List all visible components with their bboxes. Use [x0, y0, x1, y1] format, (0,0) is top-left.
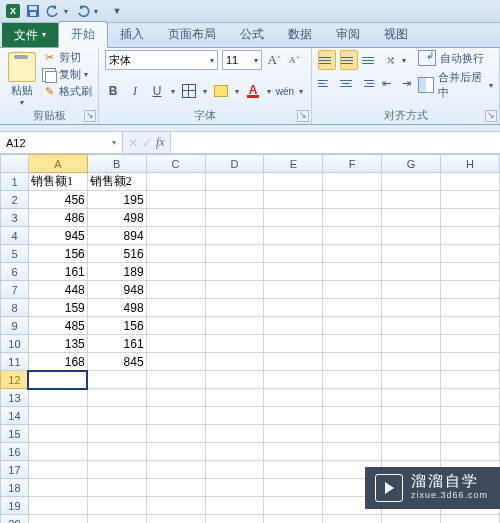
chevron-down-icon[interactable]: ▾ [171, 87, 175, 96]
cell[interactable]: 159 [28, 299, 87, 317]
cell[interactable]: 168 [28, 353, 87, 371]
halign-left-button[interactable] [318, 74, 334, 92]
grow-font-button[interactable]: Aˆ [266, 52, 282, 68]
redo-button[interactable] [74, 2, 92, 20]
cell[interactable] [264, 407, 323, 425]
cell[interactable] [323, 389, 382, 407]
cell[interactable] [205, 443, 264, 461]
cell[interactable] [323, 317, 382, 335]
cell[interactable] [146, 191, 205, 209]
cell[interactable] [146, 407, 205, 425]
cell[interactable] [382, 209, 441, 227]
cell[interactable] [441, 227, 500, 245]
phonetic-button[interactable]: wén [277, 83, 293, 99]
dialog-launcher-icon[interactable]: ↘ [485, 110, 497, 122]
fx-icon[interactable]: fx [156, 135, 165, 150]
cell[interactable] [441, 425, 500, 443]
cell[interactable] [264, 173, 323, 191]
cell[interactable] [264, 281, 323, 299]
cell[interactable] [264, 425, 323, 443]
row-header[interactable]: 14 [1, 407, 29, 425]
cell[interactable] [264, 227, 323, 245]
valign-bot-button[interactable] [362, 51, 378, 69]
increase-indent-button[interactable]: ⇥ [398, 75, 414, 91]
cell[interactable] [264, 479, 323, 497]
cell[interactable] [441, 317, 500, 335]
cell[interactable] [205, 317, 264, 335]
cell[interactable] [323, 335, 382, 353]
cell[interactable] [205, 407, 264, 425]
cell[interactable] [441, 281, 500, 299]
cell[interactable] [382, 263, 441, 281]
cell[interactable] [205, 371, 264, 389]
cell[interactable] [205, 389, 264, 407]
cell[interactable] [28, 389, 87, 407]
cell[interactable] [87, 443, 146, 461]
cell[interactable]: 845 [87, 353, 146, 371]
cell[interactable] [382, 425, 441, 443]
cell[interactable] [323, 245, 382, 263]
cell[interactable] [87, 515, 146, 524]
cell[interactable] [441, 191, 500, 209]
paste-button[interactable]: 粘贴 ▾ [6, 50, 38, 107]
font-name-select[interactable]: 宋体 ▾ [105, 50, 218, 70]
cell[interactable] [205, 515, 264, 524]
col-header-G[interactable]: G [382, 155, 441, 173]
formula-bar[interactable] [171, 132, 500, 153]
cell[interactable] [87, 389, 146, 407]
redo-dropdown-icon[interactable]: ▾ [94, 7, 104, 16]
cell[interactable] [205, 353, 264, 371]
cell[interactable] [323, 425, 382, 443]
cell[interactable] [205, 281, 264, 299]
cell[interactable] [146, 245, 205, 263]
fill-color-button[interactable] [213, 83, 229, 99]
cell[interactable] [323, 227, 382, 245]
cell[interactable] [28, 515, 87, 524]
cell[interactable] [205, 299, 264, 317]
cell[interactable] [146, 389, 205, 407]
shrink-font-button[interactable]: Aˇ [286, 52, 302, 68]
cell[interactable] [205, 497, 264, 515]
cell[interactable]: 456 [28, 191, 87, 209]
file-tab[interactable]: 文件 ▾ [2, 23, 58, 47]
cancel-icon[interactable]: ✕ [128, 136, 138, 150]
cell[interactable] [205, 227, 264, 245]
cell[interactable] [323, 209, 382, 227]
cell[interactable]: 189 [87, 263, 146, 281]
col-header-B[interactable]: B [87, 155, 146, 173]
row-header[interactable]: 10 [1, 335, 29, 353]
cell[interactable] [205, 461, 264, 479]
cell[interactable] [382, 317, 441, 335]
cell[interactable] [441, 389, 500, 407]
cell[interactable] [264, 191, 323, 209]
col-header-E[interactable]: E [264, 155, 323, 173]
cell[interactable]: 156 [28, 245, 87, 263]
cell[interactable] [205, 209, 264, 227]
col-header-H[interactable]: H [441, 155, 500, 173]
cell[interactable] [264, 353, 323, 371]
select-all-corner[interactable] [1, 155, 29, 173]
cell[interactable] [28, 497, 87, 515]
tab-pagelayout[interactable]: 页面布局 [156, 22, 228, 47]
cell[interactable]: 销售额2 [87, 173, 146, 191]
cell[interactable] [382, 443, 441, 461]
tab-insert[interactable]: 插入 [108, 22, 156, 47]
cell[interactable] [264, 461, 323, 479]
tab-home[interactable]: 开始 [58, 21, 108, 48]
cell[interactable] [264, 443, 323, 461]
qat-customize-icon[interactable]: ▼ [108, 2, 126, 20]
row-header[interactable]: 18 [1, 479, 29, 497]
cell[interactable] [323, 281, 382, 299]
cell[interactable] [382, 515, 441, 524]
border-button[interactable] [181, 83, 197, 99]
cell[interactable] [146, 335, 205, 353]
cell[interactable]: 498 [87, 299, 146, 317]
undo-button[interactable] [44, 2, 62, 20]
cell[interactable] [205, 173, 264, 191]
cell[interactable] [264, 389, 323, 407]
row-header[interactable]: 11 [1, 353, 29, 371]
cell[interactable]: 销售额1 [28, 173, 87, 191]
chevron-down-icon[interactable]: ▾ [203, 87, 207, 96]
cell[interactable] [323, 443, 382, 461]
cell[interactable]: 135 [28, 335, 87, 353]
